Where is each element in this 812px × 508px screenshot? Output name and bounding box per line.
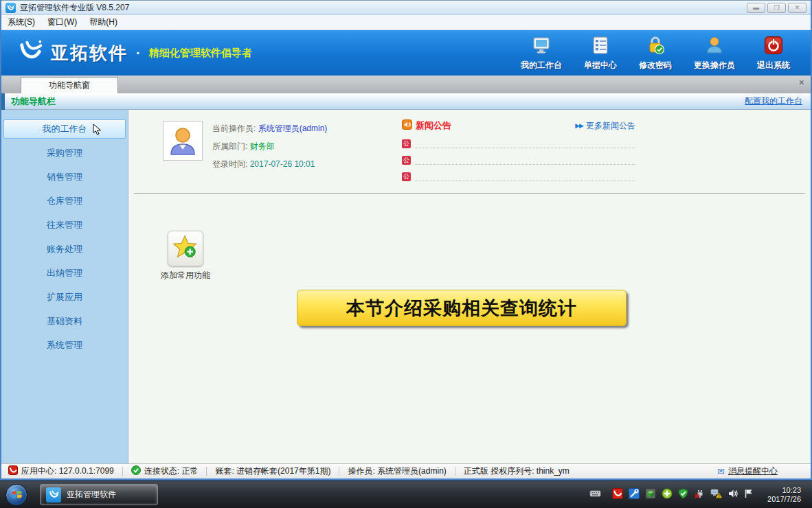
news-header: 新闻公告 ▶▶ 更多新闻公告 (402, 119, 635, 132)
window-title: 亚拓管理软件专业版 V8.5.207 (20, 2, 129, 14)
taskbar-app-label: 亚拓管理软件 (67, 489, 116, 500)
header-toolbar: 我的工作台 单据中心 修改密码 (499, 35, 800, 71)
news-item[interactable]: 公 (402, 172, 635, 181)
sidebar: 我的工作台 采购管理 销售管理 仓库管理 往来管理 账务处理 出纳管理 扩展应用… (1, 110, 128, 463)
operator-text: 操作员: 系统管理员(admin) (348, 465, 446, 477)
toolbar-switch-operator[interactable]: 更换操作员 (694, 35, 735, 71)
brand-separator: · (136, 45, 141, 61)
sidebar-item-accounting[interactable]: 账务处理 (3, 240, 126, 259)
close-button[interactable]: ✕ (788, 3, 807, 13)
status-account-set: 账套: 进销存帐套(2017年第1期) (215, 465, 330, 477)
clock-date: 2017/7/26 (767, 495, 801, 504)
minimize-button[interactable]: ▬ (747, 3, 765, 13)
section-divider (134, 193, 805, 194)
brand-block: 亚拓软件 · 精细化管理软件倡导者 (18, 38, 252, 67)
add-favorite-function-label: 添加常用功能 (156, 270, 215, 281)
flag-icon[interactable] (744, 488, 754, 502)
sidebar-item-basic-data[interactable]: 基础资料 (3, 312, 126, 331)
quick-add-block: 添加常用功能 (156, 231, 215, 281)
configure-workbench-link[interactable]: 配置我的工作台 (745, 95, 802, 107)
sidebar-item-system[interactable]: 系统管理 (3, 336, 126, 355)
login-time-label: 登录时间: (212, 159, 247, 169)
operator-label: 当前操作员: (212, 124, 256, 133)
message-center-link[interactable]: ✉ 消息提醒中心 (717, 465, 778, 477)
start-button[interactable] (5, 484, 27, 506)
nav-band: 功能导航栏 配置我的工作台 (1, 93, 811, 110)
operator-value: 系统管理员(admin) (258, 124, 328, 133)
news-item-placeholder (415, 173, 635, 181)
restore-button[interactable]: ❒ (767, 3, 786, 13)
news-item[interactable]: 公 (402, 156, 635, 165)
sidebar-item-label: 账务处理 (47, 243, 82, 255)
keyboard-icon[interactable] (589, 488, 601, 501)
menu-help[interactable]: 帮助(H) (83, 15, 124, 30)
news-item[interactable]: 公 (402, 139, 635, 148)
shield-tray-icon[interactable] (678, 488, 688, 502)
department-label: 所属部门: (212, 141, 247, 151)
network-warning-icon[interactable] (710, 488, 722, 502)
sidebar-item-label: 系统管理 (47, 339, 82, 351)
user-panel: 当前操作员: 系统管理员(admin) 所属部门: 财务部 登录时间: 2017… (163, 121, 369, 181)
department-value: 财务部 (250, 141, 275, 151)
mouse-cursor (93, 124, 102, 137)
sidebar-item-sales[interactable]: 销售管理 (3, 168, 126, 187)
news-bullet-icon: 公 (402, 139, 411, 148)
sidebar-item-warehouse[interactable]: 仓库管理 (3, 192, 126, 211)
star-plus-icon (172, 234, 199, 263)
taskbar-clock[interactable]: 10:23 2017/7/26 (767, 486, 801, 504)
sidebar-item-label: 往来管理 (47, 219, 82, 231)
menu-bar: 系统(S) 窗口(W) 帮助(H) (1, 15, 811, 30)
app-center-icon (8, 465, 18, 477)
more-news-link[interactable]: ▶▶ 更多新闻公告 (575, 120, 635, 132)
tab-close-icon[interactable]: × (799, 78, 804, 87)
toolbar-exit-system[interactable]: 退出系统 (757, 35, 790, 71)
update-tray-icon[interactable] (662, 488, 673, 502)
toolbar-label: 退出系统 (757, 60, 790, 71)
news-bullet-icon: 公 (402, 156, 411, 165)
sidebar-item-contacts[interactable]: 往来管理 (3, 216, 126, 235)
sidebar-item-label: 我的工作台 (43, 123, 87, 135)
connection-text: 连接状态: 正常 (144, 465, 199, 477)
account-set-text: 账套: 进销存帐套(2017年第1期) (215, 465, 330, 477)
status-separator (455, 467, 455, 476)
app-center-text: 应用中心: 127.0.0.1:7099 (21, 465, 114, 477)
status-operator: 操作员: 系统管理员(admin) (348, 465, 446, 477)
sidebar-item-label: 扩展应用 (47, 291, 82, 303)
toolbar-label: 更换操作员 (694, 60, 735, 71)
sidebar-item-my-workbench[interactable]: 我的工作台 (3, 119, 126, 139)
message-center-label: 消息提醒中心 (728, 465, 778, 477)
double-arrow-icon: ▶▶ (575, 122, 583, 129)
windows-taskbar: 亚拓管理软件 (0, 481, 812, 508)
status-license: 正式版 授权序列号: think_ym (464, 465, 569, 477)
tab-function-navigation[interactable]: 功能导航窗 (21, 77, 118, 93)
yatuo-logo-icon (18, 38, 44, 67)
body-area: 我的工作台 采购管理 销售管理 仓库管理 往来管理 账务处理 出纳管理 扩展应用… (1, 110, 811, 463)
sidebar-item-cashier[interactable]: 出纳管理 (3, 264, 126, 283)
volume-icon[interactable] (728, 488, 738, 502)
news-item-placeholder (415, 140, 635, 148)
sidebar-item-extensions[interactable]: 扩展应用 (3, 288, 126, 307)
toolbar-document-center[interactable]: 单据中心 (584, 35, 617, 71)
change-password-lock-icon (645, 35, 666, 58)
news-item-placeholder (415, 157, 635, 165)
package-tray-icon[interactable] (645, 488, 656, 502)
connection-ok-icon (131, 465, 141, 477)
yatuo-tray-icon[interactable] (612, 488, 623, 502)
status-separator (122, 467, 123, 476)
plug-disconnected-icon[interactable] (694, 488, 705, 502)
toolbar-my-workbench[interactable]: 我的工作台 (521, 35, 562, 71)
brand-header: 亚拓软件 · 精细化管理软件倡导者 我的工作台 单据中心 (1, 30, 811, 76)
toolbar-change-password[interactable]: 修改密码 (639, 35, 672, 71)
taskbar-app-button[interactable]: 亚拓管理软件 (40, 484, 158, 505)
login-time-value: 2017-07-26 10:01 (250, 159, 315, 169)
status-separator (206, 467, 207, 476)
workbench-monitor-icon (531, 35, 552, 58)
document-center-icon (590, 35, 611, 58)
menu-window[interactable]: 窗口(W) (41, 15, 83, 30)
sidebar-item-purchase[interactable]: 采购管理 (3, 143, 126, 163)
section-banner: 本节介绍采购相关查询统计 (297, 290, 627, 326)
toolbar-label: 修改密码 (639, 60, 672, 71)
tools-tray-icon[interactable] (629, 488, 640, 502)
add-favorite-function-button[interactable] (168, 231, 203, 266)
menu-system[interactable]: 系统(S) (1, 15, 41, 30)
